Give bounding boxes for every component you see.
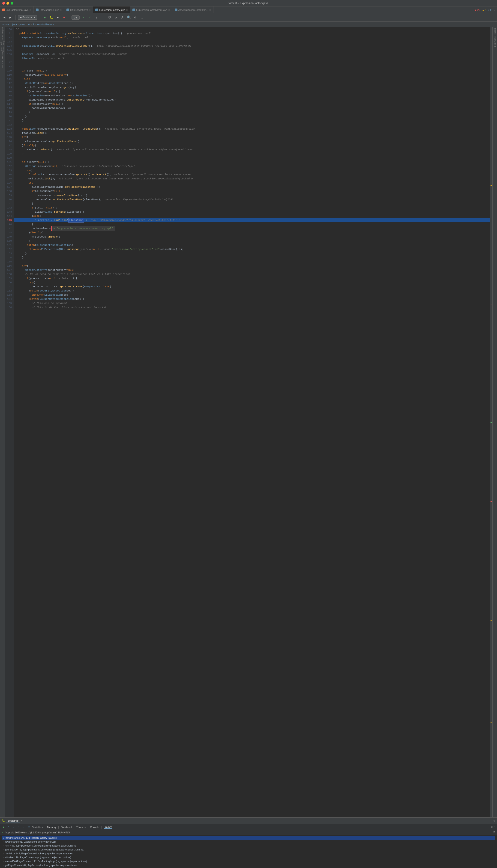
java-file-icon6 [175, 9, 178, 11]
error-badge: ▲ 20 [474, 9, 480, 11]
close-tab-icon2[interactable]: × [60, 9, 61, 11]
frames-list: ▶ newInstance:145, ExpressionFactory (ja… [0, 835, 497, 868]
frame-6[interactable]: • internalGetPageContext:111, JspFactory… [2, 859, 495, 863]
frame-5[interactable]: • initialize:126, PageContextImpl (org.a… [2, 855, 495, 859]
overhead-tab[interactable]: Overhead [61, 826, 72, 828]
bootstrap-dropdown[interactable]: ▶ Bootstrap ▾ [18, 15, 38, 19]
traffic-lights [2, 2, 13, 5]
frame-2[interactable]: • <init>:47, JspApplicationContextImpl (… [2, 844, 495, 848]
divider2 [40, 15, 40, 20]
code-content[interactable]: */ public static ExpressionFactory newIn… [14, 27, 489, 817]
frame-dot6: • [3, 860, 4, 863]
evaluate-button[interactable]: ≡ [27, 825, 31, 829]
sidebar-jcasslib[interactable]: jcasslib [494, 28, 496, 35]
step-over-button[interactable]: ↷ [7, 825, 11, 829]
close-tab-icon[interactable]: × [30, 9, 31, 11]
breadcrumb-java[interactable]: java [12, 23, 17, 26]
settings-icon[interactable]: ⚙ [133, 15, 138, 20]
line-110: cacheValue = nullTcclFactory; [14, 73, 489, 77]
breadcrumb-javax[interactable]: javax [19, 23, 26, 26]
tab-expressionfactoryimpl[interactable]: ExpressionFactoryImpl.java × [130, 6, 172, 13]
right-sidebar: jcasslib Bookmarks [492, 27, 497, 817]
line-164: } catch (NoSuchMethodException nsme) { [14, 297, 489, 301]
line-116: cacheValue = factoryCache.putIfAbsent(ke… [14, 98, 489, 102]
tab-httpjspbase[interactable]: HttpJspBase.java × [33, 6, 64, 13]
git-button[interactable]: Git: [72, 15, 80, 19]
clock-icon[interactable]: ⏱ [107, 15, 112, 20]
frame-7[interactable]: • getPageContext:64, JspFactoryImpl (org… [2, 863, 495, 867]
frame-0[interactable]: ▶ newInstance:145, ExpressionFactory (ja… [2, 836, 495, 840]
close-tab-icon6[interactable]: × [209, 9, 211, 11]
frame-4[interactable]: • _initialize:143, PageContextImpl (org.… [2, 852, 495, 855]
maximize-button[interactable] [11, 2, 13, 5]
checkmark2-icon[interactable]: ✓ [87, 15, 93, 20]
close-button[interactable] [2, 2, 5, 5]
line-128: readLock.unlock(); readLock: "java.util.… [14, 148, 489, 152]
breadcrumb-el[interactable]: el [28, 23, 30, 26]
breadcrumb-class[interactable]: ExpressionFactory [33, 23, 54, 26]
run-to-cursor-button[interactable]: →| [22, 825, 26, 829]
forward-button[interactable]: ▶ [8, 15, 13, 20]
sidebar-bookmarks[interactable]: Bookmarks [494, 36, 496, 47]
sidebar-structure[interactable]: Structure [0, 34, 5, 39]
debug-tab-label[interactable]: Bootstrap [6, 819, 20, 823]
left-sidebar: Project Structure Pull Req... Json Parse… [0, 27, 5, 817]
frame-3[interactable]: • getInstance:76, JspApplicationContextI… [2, 848, 495, 851]
close-frames-icon[interactable]: − [494, 825, 495, 829]
checkmark-icon[interactable]: ✓ [81, 15, 86, 20]
line-127: } finally { [14, 144, 489, 148]
run-button[interactable]: ▶ [42, 15, 47, 20]
arrow-down-icon[interactable]: ↓ [100, 15, 105, 20]
line-165: // This can be ignored [14, 301, 489, 305]
line-118: cacheValue = newCacheValue; [14, 106, 489, 110]
minimize-button[interactable] [6, 2, 9, 5]
memory-tab[interactable]: Memory [47, 826, 56, 828]
expand-icon[interactable]: ⌄ [493, 8, 496, 12]
tab-expressionfactory[interactable]: ExpressionFactory.java × [93, 6, 130, 13]
frame-dot7: • [3, 864, 4, 867]
breadcrumb-tomcat[interactable]: tomcat [2, 23, 10, 26]
sidebar-database[interactable]: Database [0, 52, 5, 57]
step-into-button[interactable]: ↓ [12, 825, 16, 829]
tabs-bar: JspFactoryImpl.java × HttpJspBase.java ×… [0, 6, 497, 13]
java-file-icon4 [95, 9, 98, 11]
arrow-up-icon[interactable]: ↑ [94, 15, 99, 20]
stop-button[interactable]: ■ [61, 15, 67, 20]
line-109: if (tccl == null) { [14, 69, 489, 73]
close-tab-icon4[interactable]: × [126, 9, 128, 11]
line-140: cacheValue.setFactoryClassName(className… [14, 197, 489, 202]
frame-dot2: • [3, 844, 4, 847]
more-icon[interactable]: … [139, 15, 144, 20]
run-with-coverage[interactable]: ▶ [55, 15, 60, 20]
frames-icon[interactable]: ⊞ [491, 825, 493, 829]
warning-badge: ▲ 1 [482, 9, 487, 11]
frames-tab[interactable]: Frames [104, 826, 112, 829]
undo-icon[interactable]: ↺ [113, 15, 118, 20]
search-icon[interactable]: 🔍 [126, 15, 131, 20]
line-120: } [14, 114, 489, 119]
close-tab-icon3[interactable]: × [89, 9, 90, 11]
close-debug-icon[interactable]: × [21, 819, 23, 823]
translate-icon[interactable]: A [120, 15, 125, 20]
filter-button[interactable]: ⧩ [493, 831, 495, 834]
sidebar-pullreqs[interactable]: Pull Req... [0, 40, 5, 45]
back-button[interactable]: ◀ [2, 15, 7, 20]
threads-tab[interactable]: Threads [76, 826, 86, 828]
settings-gear-icon[interactable]: ⚙ [494, 819, 495, 823]
close-tab-icon5[interactable]: × [168, 9, 170, 11]
step-out-button[interactable]: ↑ [17, 825, 21, 829]
tab-httpservlet[interactable]: HttpServlet.java × [64, 6, 93, 13]
error-marker2 [491, 304, 492, 305]
tab-jspapplicationcontext[interactable]: JspApplicationContextIm... × [172, 6, 213, 13]
line-135: writeLock.lock(); writeLock: "java.util.… [14, 177, 489, 181]
sidebar-ant[interactable]: Ant [0, 64, 5, 69]
sidebar-codota[interactable]: Codota [0, 58, 5, 63]
tab-jspfactory[interactable]: JspFactoryImpl.java × [0, 6, 33, 13]
vars-tab[interactable]: Variables [32, 826, 43, 828]
resume-button[interactable]: ▶ [2, 825, 5, 829]
frame-1[interactable]: • newInstance:91, ExpressionFactory (jav… [2, 840, 495, 843]
line-162: } catch (SecurityException se) { [14, 289, 489, 293]
debug-button[interactable]: 🐛 [49, 15, 54, 20]
debug-settings: ⚙ [494, 819, 495, 823]
console-tab[interactable]: Console [90, 826, 99, 828]
